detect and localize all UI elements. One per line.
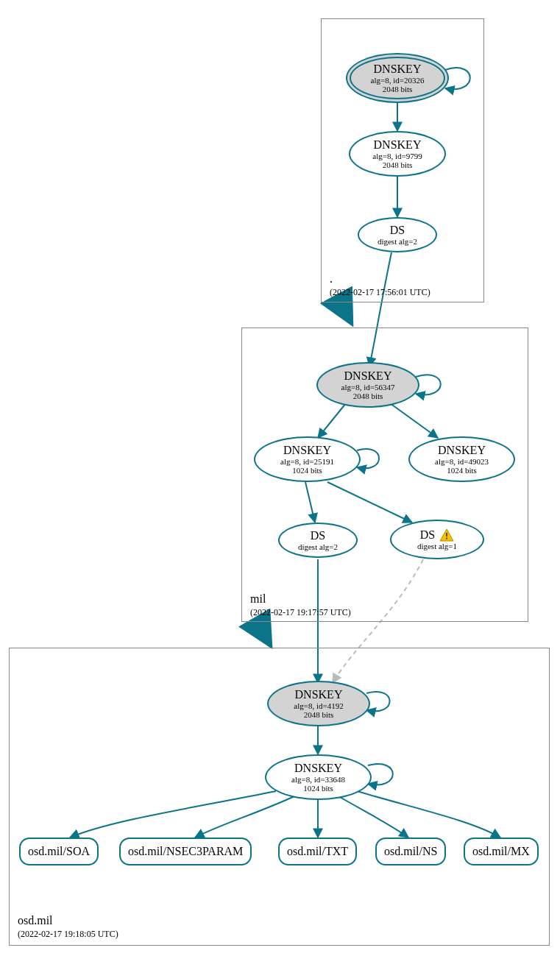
node-root-ksk-sub1: alg=8, id=20326 bbox=[371, 76, 425, 85]
node-mil-zsk1-title: DNSKEY bbox=[283, 444, 331, 457]
node-mil-zsk2-title: DNSKEY bbox=[438, 444, 486, 457]
svg-rect-1 bbox=[446, 537, 447, 539]
rr-mx: osd.mil/MX bbox=[464, 838, 539, 865]
node-root-ds-title: DS bbox=[390, 224, 405, 237]
node-mil-ds1-sub: digest alg=2 bbox=[298, 542, 338, 551]
node-mil-zsk2: DNSKEY alg=8, id=49023 1024 bits bbox=[408, 436, 515, 482]
node-mil-ds1-title: DS bbox=[311, 529, 325, 542]
warning-icon bbox=[439, 528, 454, 542]
node-mil-zsk1: DNSKEY alg=8, id=25191 1024 bits bbox=[254, 436, 361, 482]
node-root-ds: DS digest alg=2 bbox=[358, 217, 437, 252]
node-mil-ksk-sub1: alg=8, id=56347 bbox=[341, 383, 395, 392]
node-mil-zsk2-sub2: 1024 bits bbox=[447, 466, 477, 475]
node-mil-ds2-sub: digest alg=1 bbox=[417, 542, 457, 550]
svg-rect-0 bbox=[446, 533, 447, 537]
zone-root-timestamp: (2022-02-17 17:56:01 UTC) bbox=[330, 287, 430, 298]
node-root-zsk-sub1: alg=8, id=9799 bbox=[372, 152, 422, 160]
node-root-ksk-title: DNSKEY bbox=[374, 63, 422, 76]
node-mil-ksk-title: DNSKEY bbox=[344, 369, 392, 383]
node-mil-zsk1-sub2: 1024 bits bbox=[292, 466, 322, 475]
node-root-ksk-sub2: 2048 bits bbox=[383, 85, 413, 93]
node-root-zsk-sub2: 2048 bits bbox=[383, 160, 413, 169]
zone-mil-timestamp: (2022-02-17 19:17:57 UTC) bbox=[250, 607, 351, 618]
node-root-ds-sub: digest alg=2 bbox=[378, 237, 417, 246]
node-osd-ksk-sub1: alg=8, id=4192 bbox=[294, 701, 343, 710]
node-root-zsk-title: DNSKEY bbox=[374, 138, 422, 152]
node-osd-ksk-sub2: 2048 bits bbox=[304, 710, 334, 719]
rr-ns: osd.mil/NS bbox=[375, 838, 446, 865]
node-mil-ksk: DNSKEY alg=8, id=56347 2048 bits bbox=[316, 362, 419, 408]
zone-osd-label: osd.mil bbox=[18, 914, 53, 927]
node-osd-zsk: DNSKEY alg=8, id=33648 1024 bits bbox=[265, 754, 372, 800]
node-mil-ksk-sub2: 2048 bits bbox=[353, 392, 383, 400]
zone-osd-timestamp: (2022-02-17 19:18:05 UTC) bbox=[18, 929, 118, 940]
node-mil-zsk2-sub1: alg=8, id=49023 bbox=[435, 457, 489, 466]
node-root-zsk: DNSKEY alg=8, id=9799 2048 bits bbox=[349, 131, 446, 177]
node-osd-zsk-sub2: 1024 bits bbox=[303, 784, 333, 793]
node-osd-ksk-title: DNSKEY bbox=[295, 688, 343, 701]
node-mil-ds2: DS digest alg=1 bbox=[390, 520, 484, 559]
node-mil-ds2-title: DS bbox=[420, 528, 435, 542]
node-mil-zsk1-sub1: alg=8, id=25191 bbox=[280, 457, 334, 466]
zone-root-label: . bbox=[330, 272, 333, 286]
rr-nsec3param: osd.mil/NSEC3PARAM bbox=[119, 838, 252, 865]
node-mil-ds1: DS digest alg=2 bbox=[278, 523, 358, 558]
node-osd-ksk: DNSKEY alg=8, id=4192 2048 bits bbox=[267, 681, 370, 726]
rr-soa: osd.mil/SOA bbox=[19, 838, 99, 865]
node-osd-zsk-title: DNSKEY bbox=[294, 762, 342, 775]
node-root-ksk: DNSKEY alg=8, id=20326 2048 bits bbox=[346, 53, 449, 103]
rr-txt: osd.mil/TXT bbox=[278, 838, 357, 865]
node-osd-zsk-sub1: alg=8, id=33648 bbox=[291, 775, 345, 784]
zone-mil-label: mil bbox=[250, 592, 266, 606]
